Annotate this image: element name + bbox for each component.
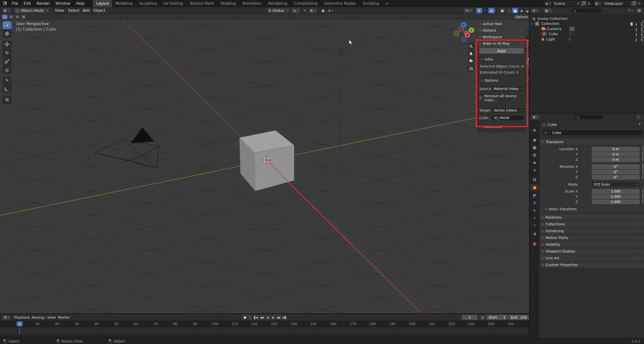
- select-mode-extend-button[interactable]: ⊞: [8, 15, 14, 19]
- tab-render[interactable]: ◉: [530, 136, 540, 143]
- panel-line-art[interactable]: ›Line Art∷∷: [540, 255, 644, 261]
- lock-icon[interactable]: [642, 199, 643, 204]
- tab-object-data[interactable]: ▽: [530, 222, 540, 229]
- panel-bake-to-id-map[interactable]: ∨Bake to ID Map∷∷: [477, 40, 526, 46]
- visibility-dropdown[interactable]: ▾: [464, 8, 473, 13]
- tab-modifiers[interactable]: ◩: [530, 192, 540, 199]
- panel-active-tool[interactable]: ›Active Tool∷∷: [477, 21, 526, 27]
- remove-source-checkbox[interactable]: [479, 96, 482, 100]
- play-reverse-button[interactable]: ◀: [265, 315, 270, 320]
- menu-edit[interactable]: Edit: [21, 0, 34, 7]
- menu-keying[interactable]: Keying▾: [31, 314, 48, 321]
- target-dropdown[interactable]: Vertex Colors▾: [492, 108, 524, 113]
- location-y-field[interactable]: 0 m: [592, 152, 640, 157]
- timeline-editor-type-button[interactable]: ◔▾: [2, 315, 11, 320]
- shading-solid-button[interactable]: ●: [512, 8, 518, 13]
- tab-collection[interactable]: ▤: [530, 176, 540, 183]
- outliner-filter-dropdown[interactable]: ▽▾: [626, 8, 634, 13]
- snap-toggle[interactable]: ∩: [302, 8, 308, 13]
- blender-logo-icon[interactable]: [3, 2, 7, 5]
- menu-help[interactable]: Help: [73, 0, 87, 7]
- jump-to-start-button[interactable]: ▌◀: [253, 315, 259, 320]
- auto-keying-button[interactable]: ●: [242, 315, 248, 320]
- disable-render-camera-icon[interactable]: [641, 22, 642, 26]
- tab-tool[interactable]: ⚙: [530, 127, 540, 134]
- pivot-point-dropdown[interactable]: ◎▾: [291, 8, 300, 13]
- lock-icon[interactable]: [642, 189, 643, 193]
- pan-view-button[interactable]: [468, 50, 474, 57]
- subpanel-advanced[interactable]: ›Advanced: [477, 121, 526, 130]
- hide-viewport-eye-icon[interactable]: [636, 22, 636, 27]
- menu-add[interactable]: Add: [81, 7, 91, 14]
- frame-start-field[interactable]: Start1: [486, 315, 508, 320]
- rotation-mode-dropdown[interactable]: XYZ Euler▾: [592, 182, 640, 187]
- snap-settings-dropdown[interactable]: ⊕▾: [308, 8, 317, 13]
- workspace-tab-rendering[interactable]: Rendering: [265, 0, 291, 7]
- outliner-display-mode-dropdown[interactable]: ▥▾: [543, 8, 552, 13]
- panel-collections[interactable]: ›Collections∷∷: [540, 221, 644, 227]
- use-preview-range-button[interactable]: ◷: [479, 315, 486, 320]
- panel-workspace[interactable]: ›Workspace∷∷: [477, 34, 526, 40]
- menu-marker[interactable]: Marker: [56, 314, 71, 321]
- disclosure-closed-icon[interactable]: ›: [539, 28, 540, 30]
- subpanel-infos[interactable]: ∨Infos: [477, 55, 526, 63]
- tool-annotate[interactable]: ✎: [3, 76, 12, 84]
- transform-orientation-dropdown[interactable]: ⇅Global▾: [267, 8, 290, 13]
- xray-toggle[interactable]: ▣: [499, 8, 506, 13]
- tool-move[interactable]: [3, 40, 12, 48]
- lock-icon[interactable]: [642, 194, 643, 199]
- collection-checkbox[interactable]: ✓: [630, 22, 633, 26]
- delete-viewlayer-button[interactable]: ×: [636, 1, 642, 6]
- editor-type-button[interactable]: ⊞▾: [2, 8, 11, 13]
- properties-options-dropdown[interactable]: ▾: [636, 115, 640, 120]
- scale-z-field[interactable]: 1.000: [592, 200, 640, 204]
- rotation-z-field[interactable]: 0°: [592, 175, 640, 180]
- disclosure-open-icon[interactable]: ▾: [532, 22, 533, 25]
- select-mode-intersect-button[interactable]: ⊠: [21, 15, 26, 19]
- hide-viewport-eye-icon[interactable]: [636, 38, 636, 42]
- tool-cursor[interactable]: [3, 30, 12, 38]
- camera-object[interactable]: [95, 127, 159, 168]
- viewport-3d[interactable]: User Perspective (1) Collection | Cube ↻…: [0, 20, 530, 314]
- play-button[interactable]: ▶: [270, 315, 276, 320]
- hide-viewport-eye-icon[interactable]: [636, 27, 636, 32]
- bake-button[interactable]: Bake: [479, 48, 524, 54]
- color-name-field[interactable]: ID_MASK: [492, 115, 524, 121]
- panel-motion-paths[interactable]: ›Motion Paths∷∷: [540, 234, 644, 241]
- shading-wireframe-button[interactable]: ◯: [506, 8, 512, 13]
- proportional-editing-toggle[interactable]: ◉: [320, 8, 326, 13]
- source-dropdown[interactable]: Material Index▾: [492, 86, 524, 91]
- panel-options[interactable]: ›Options∷∷: [477, 27, 526, 33]
- jump-to-end-button[interactable]: ▶▌: [282, 315, 288, 320]
- outliner-row-scene-collection[interactable]: ▤ Scene Collection: [533, 16, 568, 21]
- hide-viewport-eye-icon[interactable]: [636, 32, 636, 37]
- viewlayer-browse-button[interactable]: ▤▾: [594, 1, 602, 6]
- scene-name[interactable]: Scene: [552, 2, 575, 6]
- outliner-row-camera[interactable]: › Camera: [539, 26, 561, 31]
- overlays-dropdown[interactable]: ▾: [494, 8, 496, 13]
- object-name-field[interactable]: ▢ ▾ Cube: [542, 130, 642, 136]
- tab-object[interactable]: ■: [530, 184, 540, 191]
- tab-view-layer[interactable]: ▥: [530, 152, 540, 159]
- workspace-tab-modeling[interactable]: Modeling: [112, 0, 136, 7]
- disable-render-camera-icon[interactable]: [641, 27, 642, 32]
- location-x-field[interactable]: 0 m: [592, 147, 640, 152]
- lock-icon[interactable]: [642, 164, 643, 169]
- workspace-tab-uv-editing[interactable]: UV Editing: [160, 0, 186, 7]
- tool-scale[interactable]: [3, 57, 12, 65]
- scale-x-field[interactable]: 1.000: [592, 189, 640, 194]
- rotation-y-field[interactable]: 0°: [592, 170, 640, 174]
- playhead-current-frame[interactable]: 1: [17, 321, 23, 326]
- properties-search-input[interactable]: [574, 115, 603, 120]
- gizmo-dropdown[interactable]: ▾: [483, 8, 486, 13]
- gizmo-axis-neg-y[interactable]: [454, 31, 459, 36]
- expand-channels-icon[interactable]: ›: [1, 328, 2, 332]
- editor-divider-vertical[interactable]: [529, 7, 530, 338]
- current-frame-field[interactable]: 1: [462, 315, 477, 320]
- frame-end-field[interactable]: End250: [509, 315, 529, 320]
- workspace-tab-scripting[interactable]: Scripting: [359, 0, 383, 7]
- tab-scene[interactable]: ◈: [530, 159, 540, 166]
- prev-keyframe-button[interactable]: ◀◀: [259, 315, 264, 320]
- panel-visibility[interactable]: ›Visibility∷∷: [540, 241, 644, 248]
- panel-transform[interactable]: ∨ Transform ∷∷: [540, 139, 644, 145]
